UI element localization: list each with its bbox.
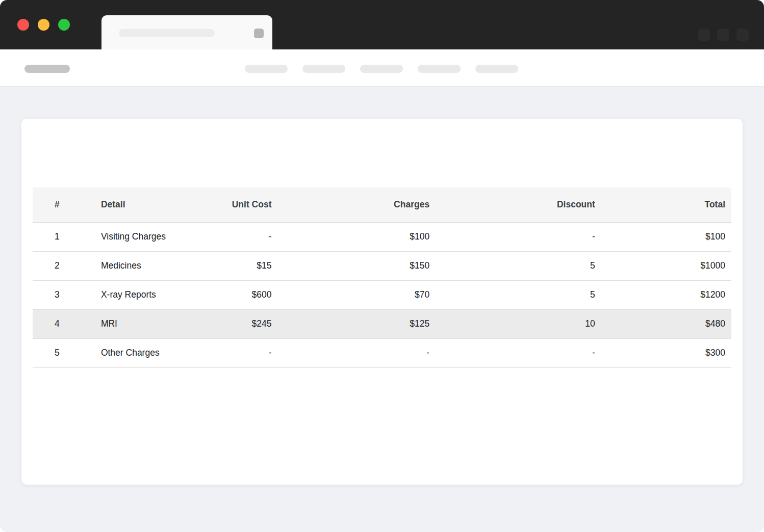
cell-discount: 10 <box>429 309 595 338</box>
logo-placeholder <box>24 65 70 73</box>
cell-unit-cost: $245 <box>172 309 272 338</box>
table-body: 1Visiting Charges-$100-$1002Medicines$15… <box>33 222 731 367</box>
charges-table: #DetailUnit CostChargesDiscountTotal 1Vi… <box>33 188 731 368</box>
cell-charges: $100 <box>272 222 430 251</box>
close-button[interactable] <box>17 19 29 31</box>
column-header-unit-cost: Unit Cost <box>172 188 272 222</box>
table-header-row: #DetailUnit CostChargesDiscountTotal <box>33 188 731 222</box>
cell-total: $1000 <box>595 251 731 280</box>
table-row[interactable]: 5Other Charges---$300 <box>33 338 731 367</box>
table-row[interactable]: 3X-ray Reports$600$705$1200 <box>33 280 731 309</box>
nav-item-placeholder <box>302 65 345 73</box>
cell-detail: X-ray Reports <box>82 280 172 309</box>
cell-unit-cost: $600 <box>172 280 272 309</box>
cell-unit-cost: - <box>172 338 272 367</box>
nav-item-placeholder <box>475 65 518 73</box>
nav-item-placeholder <box>418 65 461 73</box>
toolbar <box>0 49 764 87</box>
titlebar-icon-placeholder <box>698 29 710 41</box>
cell-discount: 5 <box>429 280 595 309</box>
nav-menu <box>245 65 518 73</box>
column-header-total: Total <box>595 188 731 222</box>
cell-total: $300 <box>595 338 731 367</box>
table-row[interactable]: 1Visiting Charges-$100-$100 <box>33 222 731 251</box>
nav-item-placeholder <box>360 65 403 73</box>
column-header-num: # <box>33 188 82 222</box>
cell-num: 3 <box>33 280 82 309</box>
cell-charges: $70 <box>272 280 430 309</box>
tab-title-placeholder <box>119 29 215 37</box>
titlebar <box>0 0 764 49</box>
cell-detail: Visiting Charges <box>82 222 172 251</box>
cell-discount: 5 <box>429 251 595 280</box>
browser-window: #DetailUnit CostChargesDiscountTotal 1Vi… <box>0 0 764 532</box>
cell-unit-cost: $15 <box>172 251 272 280</box>
cell-detail: Medicines <box>82 251 172 280</box>
titlebar-icon-placeholder <box>736 29 749 41</box>
titlebar-icon-placeholder <box>717 29 729 41</box>
browser-tab[interactable] <box>101 15 272 49</box>
window-controls <box>17 19 70 31</box>
column-header-detail: Detail <box>82 188 172 222</box>
maximize-button[interactable] <box>58 19 70 31</box>
nav-item-placeholder <box>245 65 288 73</box>
billing-card: #DetailUnit CostChargesDiscountTotal 1Vi… <box>21 119 743 485</box>
cell-charges: - <box>272 338 430 367</box>
minimize-button[interactable] <box>38 19 49 31</box>
cell-total: $480 <box>595 309 731 338</box>
tab-close-placeholder[interactable] <box>254 29 264 38</box>
column-header-discount: Discount <box>429 188 595 222</box>
cell-detail: Other Charges <box>82 338 172 367</box>
cell-num: 4 <box>33 309 82 338</box>
cell-num: 5 <box>33 338 82 367</box>
cell-unit-cost: - <box>172 222 272 251</box>
table-row[interactable]: 4MRI$245$12510$480 <box>33 309 731 338</box>
cell-charges: $150 <box>272 251 430 280</box>
cell-num: 2 <box>33 251 82 280</box>
cell-charges: $125 <box>272 309 430 338</box>
table-row[interactable]: 2Medicines$15$1505$1000 <box>33 251 731 280</box>
cell-total: $1200 <box>595 280 731 309</box>
column-header-charges: Charges <box>272 188 430 222</box>
cell-detail: MRI <box>82 309 172 338</box>
cell-total: $100 <box>595 222 731 251</box>
cell-num: 1 <box>33 222 82 251</box>
cell-discount: - <box>429 338 595 367</box>
page-content: #DetailUnit CostChargesDiscountTotal 1Vi… <box>0 87 764 532</box>
cell-discount: - <box>429 222 595 251</box>
titlebar-icon-placeholders <box>698 29 749 41</box>
